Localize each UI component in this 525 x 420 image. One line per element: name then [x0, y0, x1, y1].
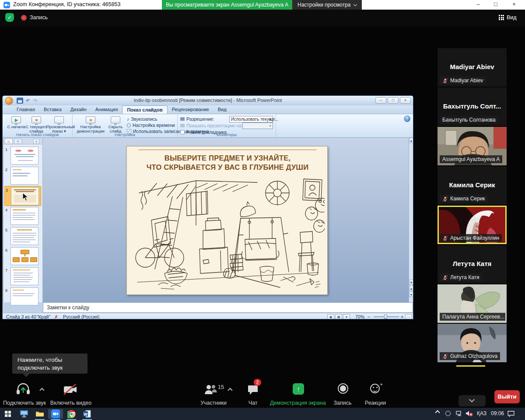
participant-tile-active-speaker[interactable]: Арыстан Файзуллин [438, 206, 507, 244]
vertical-scrollbar[interactable]: ▲ ▼ ▲ ▼ [409, 138, 413, 302]
taskbar-word[interactable]: W [80, 409, 94, 419]
record-button[interactable]: Запись [329, 382, 356, 406]
tab-vstavka[interactable]: Вставка [39, 105, 66, 114]
recording-label: Запись [30, 14, 48, 21]
network-icon[interactable] [456, 411, 462, 416]
from-current-slide-button[interactable]: С текущего слайда [24, 116, 49, 134]
folder-icon [35, 410, 44, 417]
slide-sorter-button[interactable]: ▦ [335, 314, 342, 319]
next-slide-icon[interactable]: ▼ [409, 292, 413, 297]
help-icon[interactable]: ? [404, 116, 410, 122]
windows-taskbar: W ҚАЗ 09:06 [0, 408, 525, 420]
close-button[interactable]: × [507, 0, 522, 10]
notes-panel[interactable]: Заметки к слайду [43, 302, 413, 313]
rehearse-timings-button[interactable]: Настройка времени [127, 122, 175, 128]
chat-button[interactable]: 2 Чат [240, 382, 266, 406]
view-button[interactable]: Вид [499, 13, 517, 22]
thumbnail-panel-close-icon[interactable]: × [33, 139, 39, 144]
tab-pokaz-slaidov[interactable]: Показ слайдов [122, 105, 167, 114]
thumbnail-preview [10, 207, 38, 225]
spellcheck-icon[interactable]: ✗ [54, 314, 58, 319]
participants-button[interactable]: 15 Участники [193, 382, 234, 406]
previous-slide-icon[interactable]: ▲ [409, 286, 413, 291]
tray-expand-caret[interactable] [436, 410, 439, 416]
view-settings-button[interactable]: Настройки просмотра [292, 0, 362, 10]
hide-slide-button[interactable]: Скрыть слайд [106, 116, 125, 134]
slide-thumbnail-8[interactable]: 8 [4, 287, 41, 307]
chevron-down-icon [353, 2, 357, 6]
join-audio-button[interactable]: Подключить звук [0, 382, 49, 406]
fit-to-window-icon[interactable]: ⛶ [405, 314, 412, 319]
reactions-smiley-icon [370, 384, 380, 393]
tab-dizain[interactable]: Дизайн [66, 105, 91, 114]
zoom-slider-thumb[interactable] [384, 315, 387, 319]
taskbar-display-app[interactable] [17, 409, 32, 419]
powerpoint-title: indiv-tip osobennosti [Режим совместимос… [3, 98, 413, 103]
ppt-maximize-button[interactable]: □ [388, 97, 399, 104]
language-indicator[interactable]: Русский (Россия) [63, 314, 99, 319]
zoom-out-icon[interactable]: − [368, 314, 370, 319]
ppt-close-button[interactable]: × [400, 97, 411, 104]
maximize-button[interactable]: □ [488, 0, 503, 10]
participant-tile[interactable]: Камила Серик Камила Серик [438, 166, 507, 205]
custom-show-button[interactable]: Произвольный показ ▾ [46, 116, 72, 134]
audio-options-caret[interactable] [39, 388, 44, 392]
resolution-select[interactable]: ▾ Использовать текуще... [229, 116, 273, 122]
participant-tile[interactable]: Madiyar Abiev Madiyar Abiev [438, 48, 507, 87]
chrome-icon [67, 410, 76, 418]
tray-app-icon[interactable] [445, 411, 451, 417]
tab-recenzirovanie[interactable]: Рецензирование [168, 105, 214, 114]
slide-thumbnail-6[interactable]: 6 [4, 246, 41, 266]
tab-glavnaya[interactable]: Главная [12, 105, 39, 114]
screen-share-banner: Вы просматриваете экран Assemgul Ayazbay… [162, 0, 292, 10]
more-participants-button[interactable] [458, 395, 486, 406]
slide-thumbnail-3-selected[interactable]: 3 [4, 186, 41, 206]
group-label-monitors: Мониторы [178, 132, 276, 137]
participant-tile[interactable]: Летута Катя Летута Катя [438, 245, 507, 284]
slideshow-view-button[interactable]: ▼ [343, 314, 350, 319]
meeting-header-bar: ✓ Запись Вид [0, 10, 525, 26]
participant-tile[interactable]: Gulnaz Olzhagulova [438, 324, 507, 362]
tab-animaciya[interactable]: Анимация [91, 105, 122, 114]
participant-tile[interactable]: Бахытгуль Солт... Бахытгуль Солтанова [438, 88, 507, 126]
leave-button[interactable]: Выйти [494, 390, 520, 403]
outline-tab[interactable]: ≡ [14, 139, 22, 144]
taskbar-file-explorer[interactable] [32, 409, 47, 419]
share-screen-button[interactable]: ↑ Демонстрация экрана [269, 382, 327, 406]
slide-thumbnail-2[interactable]: 2 [4, 166, 41, 186]
language-indicator[interactable]: ҚАЗ [477, 410, 486, 416]
participants-count: 15 [218, 384, 224, 390]
slide-thumbnail-4[interactable]: 4 [4, 206, 41, 226]
security-shield-icon[interactable]: ✓ [5, 13, 14, 22]
taskbar-zoom-app-active[interactable] [48, 409, 63, 419]
scroll-up-icon[interactable]: ▲ [409, 138, 413, 143]
slides-tab[interactable]: ▭ [5, 139, 13, 144]
clock[interactable]: 09:06 [491, 410, 504, 416]
record-narration-button[interactable]: ♪ Звукозапись [127, 116, 158, 122]
slide-counter: Слайд 3 из 40 [6, 314, 36, 319]
ppt-minimize-button[interactable]: – [375, 97, 386, 104]
reactions-button[interactable]: + Реакции [359, 382, 392, 406]
slide-thumbnail-1[interactable]: 1 [4, 146, 41, 166]
start-video-button[interactable]: Включить видео [49, 382, 93, 406]
thumbnail-preview [10, 147, 38, 164]
tab-vid[interactable]: Вид [214, 105, 231, 114]
minimize-button[interactable]: – [471, 0, 486, 10]
speaker-muted-icon[interactable] [466, 410, 473, 416]
participant-tile-video[interactable]: Assemgul Ayazbayeva A [438, 127, 507, 165]
participants-label: Участники [193, 400, 234, 406]
start-button[interactable] [1, 409, 16, 419]
taskbar-chrome[interactable] [64, 409, 79, 419]
mic-muted-icon [442, 196, 448, 202]
thumbnail-preview [10, 247, 38, 265]
participant-tile[interactable]: Палагута Анна Сергеев... [438, 284, 507, 323]
action-center-icon[interactable] [508, 411, 514, 417]
share-screen-label: Демонстрация экрана [269, 400, 327, 406]
participants-caret[interactable] [228, 388, 232, 392]
zoom-in-icon[interactable]: + [401, 314, 403, 319]
slide-thumbnail-5[interactable]: 5 [4, 226, 41, 246]
normal-view-button[interactable]: ▣ [327, 314, 334, 319]
setup-show-button[interactable]: Настройка демонстрации [76, 116, 105, 134]
slide-thumbnail-7[interactable]: 7 [4, 266, 41, 287]
scroll-down-icon[interactable]: ▼ [409, 280, 413, 285]
